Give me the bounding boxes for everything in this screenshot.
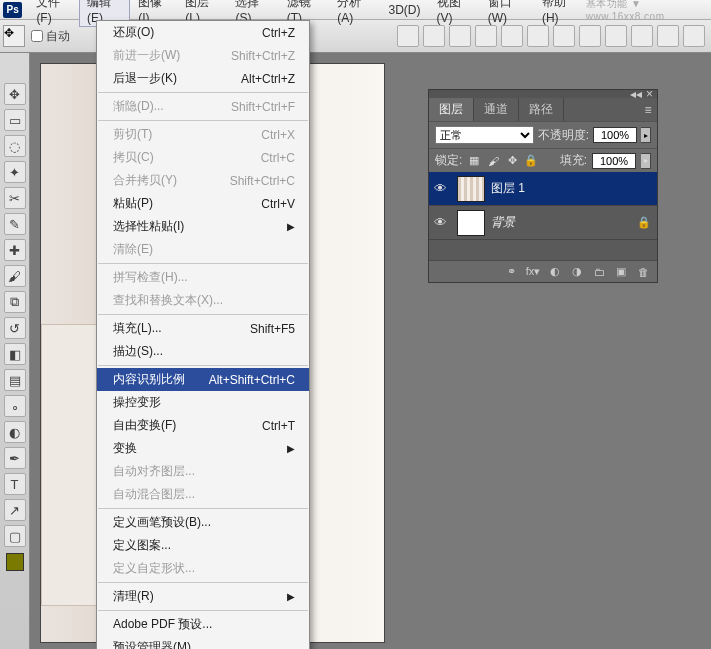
menu-item[interactable]: 预设管理器(M)... bbox=[97, 636, 309, 649]
align-icon[interactable] bbox=[475, 25, 497, 47]
lock-all-icon[interactable]: 🔒 bbox=[524, 154, 538, 168]
menu-item[interactable]: Adobe PDF 预设... bbox=[97, 613, 309, 636]
align-icon[interactable] bbox=[397, 25, 419, 47]
distribute-icon[interactable] bbox=[657, 25, 679, 47]
align-icon[interactable] bbox=[449, 25, 471, 47]
align-toolbar bbox=[397, 25, 705, 47]
fill-arrow-icon[interactable]: ▸ bbox=[641, 153, 651, 169]
menu-item: 清除(E) bbox=[97, 238, 309, 261]
layer-item[interactable]: 👁 背景 🔒 bbox=[429, 206, 657, 240]
menu-item[interactable]: 定义画笔预设(B)... bbox=[97, 511, 309, 534]
group-icon[interactable]: 🗀 bbox=[591, 265, 607, 279]
adjustment-icon[interactable]: ◑ bbox=[569, 265, 585, 279]
menu-item[interactable]: 操控变形 bbox=[97, 391, 309, 414]
menu-item[interactable]: 填充(L)...Shift+F5 bbox=[97, 317, 309, 340]
blend-mode-select[interactable]: 正常 bbox=[435, 126, 534, 144]
distribute-icon[interactable] bbox=[579, 25, 601, 47]
menu-item: 渐隐(D)...Shift+Ctrl+F bbox=[97, 95, 309, 118]
stamp-tool[interactable]: ⧉ bbox=[4, 291, 26, 313]
blur-tool[interactable]: ∘ bbox=[4, 395, 26, 417]
menu-item[interactable]: 粘贴(P)Ctrl+V bbox=[97, 192, 309, 215]
tab-paths[interactable]: 路径 bbox=[519, 98, 564, 121]
eyedropper-tool[interactable]: ✎ bbox=[4, 213, 26, 235]
edit-dropdown: 还原(O)Ctrl+Z前进一步(W)Shift+Ctrl+Z后退一步(K)Alt… bbox=[96, 20, 310, 649]
link-icon[interactable]: ⚭ bbox=[503, 265, 519, 279]
opacity-arrow-icon[interactable]: ▸ bbox=[641, 127, 651, 143]
menu-window[interactable]: 窗口(W) bbox=[480, 0, 534, 27]
move-tool-icon[interactable]: ✥ bbox=[3, 25, 25, 47]
lock-icon: 🔒 bbox=[637, 216, 657, 229]
menu-item[interactable]: 内容识别比例Alt+Shift+Ctrl+C bbox=[97, 368, 309, 391]
fill-label: 填充: bbox=[560, 152, 587, 169]
dodge-tool[interactable]: ◐ bbox=[4, 421, 26, 443]
menu-item[interactable]: 清理(R)▶ bbox=[97, 585, 309, 608]
align-icon[interactable] bbox=[501, 25, 523, 47]
crop-tool[interactable]: ✂ bbox=[4, 187, 26, 209]
align-icon[interactable] bbox=[423, 25, 445, 47]
panel-menu-icon[interactable]: ≡ bbox=[639, 98, 657, 121]
type-tool[interactable]: T bbox=[4, 473, 26, 495]
menu-item[interactable]: 变换▶ bbox=[97, 437, 309, 460]
foreground-color[interactable] bbox=[6, 553, 24, 571]
lock-move-icon[interactable]: ✥ bbox=[505, 154, 519, 168]
menu-item[interactable]: 描边(S)... bbox=[97, 340, 309, 363]
visibility-icon[interactable]: 👁 bbox=[429, 181, 451, 196]
panel-top: ◂◂× bbox=[429, 90, 657, 98]
lasso-tool[interactable]: ◌ bbox=[4, 135, 26, 157]
lock-label: 锁定: bbox=[435, 152, 462, 169]
menu-item: 定义自定形状... bbox=[97, 557, 309, 580]
menu-item[interactable]: 自由变换(F)Ctrl+T bbox=[97, 414, 309, 437]
layer-thumb[interactable] bbox=[457, 176, 485, 202]
menu-item: 拼写检查(H)... bbox=[97, 266, 309, 289]
tab-layers[interactable]: 图层 bbox=[429, 98, 474, 121]
menu-item: 自动对齐图层... bbox=[97, 460, 309, 483]
distribute-icon[interactable] bbox=[553, 25, 575, 47]
layer-name[interactable]: 背景 bbox=[491, 214, 637, 231]
new-layer-icon[interactable]: ▣ bbox=[613, 265, 629, 279]
visibility-icon[interactable]: 👁 bbox=[429, 215, 451, 230]
align-icon[interactable] bbox=[527, 25, 549, 47]
blend-opacity-row: 正常 不透明度: 100%▸ bbox=[429, 121, 657, 148]
menu-file[interactable]: 文件(F) bbox=[28, 0, 79, 27]
mask-icon[interactable]: ◐ bbox=[547, 265, 563, 279]
menu-item[interactable]: 还原(O)Ctrl+Z bbox=[97, 21, 309, 44]
lock-paint-icon[interactable]: 🖌 bbox=[486, 154, 500, 168]
menu-view[interactable]: 视图(V) bbox=[429, 0, 480, 27]
layer-list: 👁 图层 1 👁 背景 🔒 bbox=[429, 172, 657, 260]
eraser-tool[interactable]: ◧ bbox=[4, 343, 26, 365]
layer-name[interactable]: 图层 1 bbox=[491, 180, 657, 197]
heal-tool[interactable]: ✚ bbox=[4, 239, 26, 261]
shape-tool[interactable]: ▢ bbox=[4, 525, 26, 547]
layer-item[interactable]: 👁 图层 1 bbox=[429, 172, 657, 206]
menu-item: 前进一步(W)Shift+Ctrl+Z bbox=[97, 44, 309, 67]
fx-icon[interactable]: fx▾ bbox=[525, 265, 541, 279]
toolbox: ✥ ▭ ◌ ✦ ✂ ✎ ✚ 🖌 ⧉ ↺ ◧ ▤ ∘ ◐ ✒ T ↗ ▢ bbox=[0, 53, 30, 649]
menu-item[interactable]: 选择性粘贴(I)▶ bbox=[97, 215, 309, 238]
panel-tabs: 图层 通道 路径 ≡ bbox=[429, 98, 657, 121]
gradient-tool[interactable]: ▤ bbox=[4, 369, 26, 391]
lock-transparent-icon[interactable]: ▦ bbox=[467, 154, 481, 168]
menu-item[interactable]: 后退一步(K)Alt+Ctrl+Z bbox=[97, 67, 309, 90]
menu-help[interactable]: 帮助(H) bbox=[534, 0, 586, 27]
distribute-icon[interactable] bbox=[605, 25, 627, 47]
menu-item: 合并拷贝(Y)Shift+Ctrl+C bbox=[97, 169, 309, 192]
auto-select-checkbox[interactable]: 自动 bbox=[31, 28, 70, 45]
menu-item[interactable]: 定义图案... bbox=[97, 534, 309, 557]
marquee-tool[interactable]: ▭ bbox=[4, 109, 26, 131]
distribute-icon[interactable] bbox=[631, 25, 653, 47]
history-brush-tool[interactable]: ↺ bbox=[4, 317, 26, 339]
move-tool[interactable]: ✥ bbox=[4, 83, 26, 105]
pen-tool[interactable]: ✒ bbox=[4, 447, 26, 469]
layer-thumb[interactable] bbox=[457, 210, 485, 236]
menu-analysis[interactable]: 分析(A) bbox=[329, 0, 380, 27]
opacity-field[interactable]: 100% bbox=[593, 127, 637, 143]
brush-tool[interactable]: 🖌 bbox=[4, 265, 26, 287]
wand-tool[interactable]: ✦ bbox=[4, 161, 26, 183]
fill-field[interactable]: 100% bbox=[592, 153, 636, 169]
layers-footer: ⚭ fx▾ ◐ ◑ 🗀 ▣ 🗑 bbox=[429, 260, 657, 282]
tab-channels[interactable]: 通道 bbox=[474, 98, 519, 121]
path-tool[interactable]: ↗ bbox=[4, 499, 26, 521]
delete-icon[interactable]: 🗑 bbox=[635, 265, 651, 279]
menu-3d[interactable]: 3D(D) bbox=[381, 1, 429, 19]
distribute-icon[interactable] bbox=[683, 25, 705, 47]
